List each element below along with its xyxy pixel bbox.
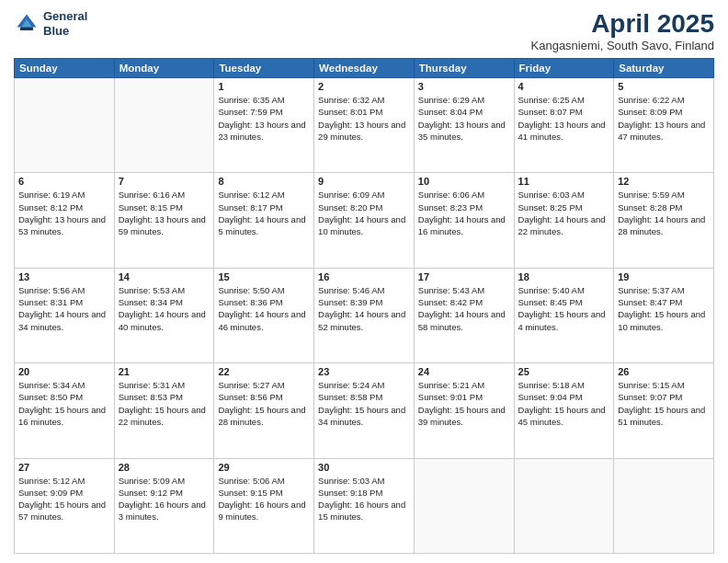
sunset-text: Sunset: 8:01 PM: [318, 106, 410, 118]
day-info: Sunrise: 6:09 AM Sunset: 8:20 PM Dayligh…: [318, 189, 410, 237]
calendar-table: SundayMondayTuesdayWednesdayThursdayFrid…: [14, 58, 714, 554]
sunrise-text: Sunrise: 6:22 AM: [618, 94, 710, 106]
sunrise-text: Sunrise: 5:40 AM: [518, 284, 610, 296]
calendar-cell: 27 Sunrise: 5:12 AM Sunset: 9:09 PM Dayl…: [15, 458, 115, 553]
calendar-cell: 4 Sunrise: 6:25 AM Sunset: 8:07 PM Dayli…: [514, 78, 614, 173]
sunset-text: Sunset: 8:58 PM: [318, 391, 410, 403]
sunrise-text: Sunrise: 5:18 AM: [518, 379, 610, 391]
daylight-text: Daylight: 15 hours and 51 minutes.: [618, 404, 710, 429]
day-info: Sunrise: 5:21 AM Sunset: 9:01 PM Dayligh…: [418, 379, 510, 428]
sunset-text: Sunset: 9:07 PM: [618, 391, 710, 403]
day-info: Sunrise: 5:34 AM Sunset: 8:50 PM Dayligh…: [18, 379, 110, 428]
day-number: 17: [418, 271, 510, 282]
sunset-text: Sunset: 9:18 PM: [318, 487, 410, 499]
page: General Blue April 2025 Kangasniemi, Sou…: [0, 0, 728, 563]
day-number: 24: [418, 366, 510, 377]
day-info: Sunrise: 5:06 AM Sunset: 9:15 PM Dayligh…: [218, 475, 310, 523]
sunset-text: Sunset: 8:31 PM: [18, 296, 110, 308]
sunrise-text: Sunrise: 6:19 AM: [18, 189, 110, 201]
daylight-text: Daylight: 16 hours and 9 minutes.: [218, 499, 310, 523]
calendar-cell: [15, 78, 115, 173]
day-info: Sunrise: 5:56 AM Sunset: 8:31 PM Dayligh…: [18, 284, 110, 333]
daylight-text: Daylight: 14 hours and 58 minutes.: [418, 308, 510, 333]
day-info: Sunrise: 6:19 AM Sunset: 8:12 PM Dayligh…: [18, 189, 110, 237]
day-header-wednesday: Wednesday: [314, 59, 415, 78]
sunrise-text: Sunrise: 5:12 AM: [18, 475, 110, 487]
day-header-friday: Friday: [514, 59, 614, 78]
sunrise-text: Sunrise: 6:32 AM: [318, 94, 410, 106]
calendar-cell: 6 Sunrise: 6:19 AM Sunset: 8:12 PM Dayli…: [15, 173, 115, 268]
calendar-subtitle: Kangasniemi, South Savo, Finland: [531, 39, 714, 52]
daylight-text: Daylight: 14 hours and 22 minutes.: [518, 213, 610, 238]
calendar-title: April 2025: [531, 9, 714, 39]
sunrise-text: Sunrise: 5:03 AM: [318, 475, 410, 487]
day-number: 1: [218, 81, 310, 92]
calendar-cell: [114, 78, 214, 173]
day-info: Sunrise: 5:59 AM Sunset: 8:28 PM Dayligh…: [618, 189, 710, 237]
sunset-text: Sunset: 8:04 PM: [418, 106, 510, 118]
day-number: 20: [18, 366, 110, 377]
calendar-cell: [614, 458, 714, 553]
day-number: 18: [518, 271, 610, 282]
sunrise-text: Sunrise: 6:12 AM: [218, 189, 310, 201]
day-number: 21: [119, 366, 210, 377]
calendar-cell: 24 Sunrise: 5:21 AM Sunset: 9:01 PM Dayl…: [414, 363, 514, 458]
day-header-monday: Monday: [114, 59, 214, 78]
sunrise-text: Sunrise: 5:50 AM: [218, 284, 310, 296]
day-info: Sunrise: 6:25 AM Sunset: 8:07 PM Dayligh…: [518, 94, 610, 143]
day-number: 15: [218, 271, 310, 282]
sunrise-text: Sunrise: 6:25 AM: [518, 94, 610, 106]
calendar-cell: 12 Sunrise: 5:59 AM Sunset: 8:28 PM Dayl…: [614, 173, 714, 268]
day-info: Sunrise: 5:50 AM Sunset: 8:36 PM Dayligh…: [218, 284, 310, 333]
day-info: Sunrise: 6:29 AM Sunset: 8:04 PM Dayligh…: [418, 94, 510, 143]
daylight-text: Daylight: 14 hours and 40 minutes.: [119, 308, 210, 333]
day-number: 7: [119, 176, 210, 187]
calendar-cell: 28 Sunrise: 5:09 AM Sunset: 9:12 PM Dayl…: [114, 458, 214, 553]
calendar-cell: 25 Sunrise: 5:18 AM Sunset: 9:04 PM Dayl…: [514, 363, 614, 458]
sunrise-text: Sunrise: 6:29 AM: [418, 94, 510, 106]
calendar-week-3: 13 Sunrise: 5:56 AM Sunset: 8:31 PM Dayl…: [15, 268, 714, 362]
day-number: 10: [418, 176, 510, 187]
logo-text: General Blue: [43, 9, 87, 38]
sunset-text: Sunset: 8:28 PM: [618, 201, 710, 213]
sunrise-text: Sunrise: 5:34 AM: [18, 379, 110, 391]
sunset-text: Sunset: 8:09 PM: [618, 106, 710, 118]
day-number: 8: [218, 176, 310, 187]
daylight-text: Daylight: 16 hours and 15 minutes.: [318, 499, 410, 523]
calendar-cell: [414, 458, 514, 553]
calendar-cell: 20 Sunrise: 5:34 AM Sunset: 8:50 PM Dayl…: [15, 363, 115, 458]
day-info: Sunrise: 6:32 AM Sunset: 8:01 PM Dayligh…: [318, 94, 410, 143]
day-info: Sunrise: 5:43 AM Sunset: 8:42 PM Dayligh…: [418, 284, 510, 333]
sunset-text: Sunset: 8:36 PM: [218, 296, 310, 308]
day-number: 16: [318, 271, 410, 282]
day-number: 27: [18, 462, 110, 473]
daylight-text: Daylight: 13 hours and 41 minutes.: [518, 119, 610, 144]
sunset-text: Sunset: 9:01 PM: [418, 391, 510, 403]
day-info: Sunrise: 5:40 AM Sunset: 8:45 PM Dayligh…: [518, 284, 610, 333]
sunset-text: Sunset: 8:20 PM: [318, 201, 410, 213]
daylight-text: Daylight: 13 hours and 59 minutes.: [119, 213, 210, 238]
sunrise-text: Sunrise: 5:09 AM: [119, 475, 210, 487]
sunset-text: Sunset: 8:07 PM: [518, 106, 610, 118]
calendar-cell: 13 Sunrise: 5:56 AM Sunset: 8:31 PM Dayl…: [15, 268, 115, 362]
day-header-sunday: Sunday: [15, 59, 115, 78]
sunset-text: Sunset: 8:53 PM: [119, 391, 210, 403]
calendar-cell: 16 Sunrise: 5:46 AM Sunset: 8:39 PM Dayl…: [314, 268, 415, 362]
daylight-text: Daylight: 15 hours and 34 minutes.: [318, 404, 410, 429]
sunrise-text: Sunrise: 6:06 AM: [418, 189, 510, 201]
logo: General Blue: [14, 9, 87, 38]
sunrise-text: Sunrise: 6:35 AM: [218, 94, 310, 106]
calendar-cell: 1 Sunrise: 6:35 AM Sunset: 7:59 PM Dayli…: [214, 78, 314, 173]
sunrise-text: Sunrise: 5:06 AM: [218, 475, 310, 487]
daylight-text: Daylight: 14 hours and 10 minutes.: [318, 213, 410, 238]
sunrise-text: Sunrise: 5:59 AM: [618, 189, 710, 201]
sunset-text: Sunset: 8:34 PM: [119, 296, 210, 308]
calendar-week-5: 27 Sunrise: 5:12 AM Sunset: 9:09 PM Dayl…: [15, 458, 714, 553]
sunrise-text: Sunrise: 5:15 AM: [618, 379, 710, 391]
day-number: 23: [318, 366, 410, 377]
calendar-week-1: 1 Sunrise: 6:35 AM Sunset: 7:59 PM Dayli…: [15, 78, 714, 173]
calendar-cell: 19 Sunrise: 5:37 AM Sunset: 8:47 PM Dayl…: [614, 268, 714, 362]
calendar-header-row: SundayMondayTuesdayWednesdayThursdayFrid…: [15, 59, 714, 78]
calendar-cell: 21 Sunrise: 5:31 AM Sunset: 8:53 PM Dayl…: [114, 363, 214, 458]
calendar-cell: 30 Sunrise: 5:03 AM Sunset: 9:18 PM Dayl…: [314, 458, 415, 553]
